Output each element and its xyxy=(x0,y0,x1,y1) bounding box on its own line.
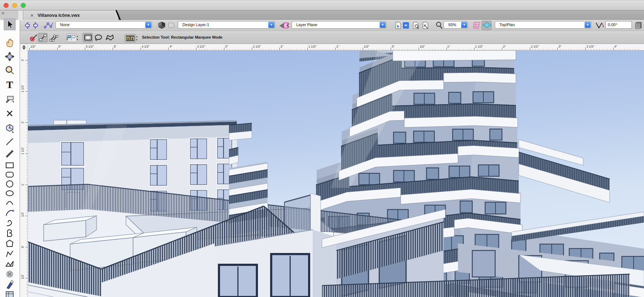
svg-text:T: T xyxy=(6,79,13,90)
